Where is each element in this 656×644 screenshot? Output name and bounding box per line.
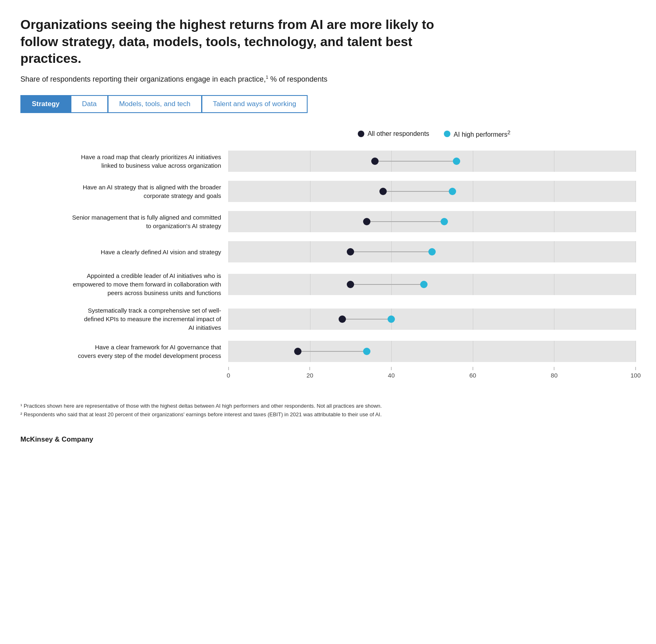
bar-container (228, 309, 636, 330)
bar-container (228, 274, 636, 295)
connector-line (342, 319, 391, 320)
dark-dot (363, 218, 370, 225)
chart-row: Have a clear framework for AI governance… (20, 341, 636, 362)
x-tick-label: 0 (227, 372, 230, 379)
connector-line (350, 284, 424, 285)
bar-container (228, 181, 636, 202)
chart-spacer (20, 333, 636, 339)
chart-row: Appointed a credible leader of AI initia… (20, 271, 636, 297)
tabs-container: Strategy Data Models, tools, and tech Ta… (20, 95, 636, 113)
row-label: Have a road map that clearly prioritizes… (20, 153, 228, 170)
chart-spacer (20, 204, 636, 209)
chart-spacer (20, 299, 636, 304)
x-tick: 40 (388, 367, 395, 379)
chart-row: Senior management that is fully aligned … (20, 211, 636, 232)
x-axis-spacer (20, 367, 228, 382)
dark-dot (371, 158, 379, 165)
x-tick-line (472, 367, 473, 370)
x-tick: 60 (469, 367, 476, 379)
blue-dot (441, 218, 448, 225)
dark-dot (347, 248, 354, 255)
blue-dot (363, 348, 370, 355)
bar-container (228, 341, 636, 362)
row-label: Senior management that is fully aligned … (20, 213, 228, 230)
chart-row: Have a clearly defined AI vision and str… (20, 241, 636, 262)
blue-dot (453, 158, 460, 165)
blue-dot (428, 248, 436, 255)
dark-dot (379, 188, 387, 195)
row-label: Have a clearly defined AI vision and str… (20, 248, 228, 256)
row-label: Have an AI strategy that is aligned with… (20, 183, 228, 200)
x-tick-label: 20 (306, 372, 313, 379)
blue-dot (420, 281, 428, 288)
x-tick-line (228, 367, 229, 370)
tab-data[interactable]: Data (71, 95, 108, 113)
legend-item-performers: AI high performers2 (444, 129, 510, 138)
legend-item-other: All other respondents (358, 130, 429, 138)
x-tick-line (391, 367, 392, 370)
main-title: Organizations seeing the highest returns… (20, 16, 469, 67)
row-label: Appointed a credible leader of AI initia… (20, 271, 228, 297)
chart-row: Systematically track a comprehensive set… (20, 306, 636, 332)
brand: McKinsey & Company (20, 435, 636, 444)
legend: All other respondents AI high performers… (233, 129, 636, 138)
legend-label-performers: AI high performers2 (454, 129, 510, 138)
x-tick: 20 (306, 367, 313, 379)
bar-container (228, 151, 636, 172)
legend-dot-dark (358, 131, 364, 137)
x-tick-label: 60 (469, 372, 476, 379)
chart-row: Have a road map that clearly prioritizes… (20, 151, 636, 172)
chart-spacer (20, 264, 636, 270)
x-tick-line (554, 367, 554, 370)
footnote-2: ² Respondents who said that at least 20 … (20, 411, 510, 419)
connector-line (367, 221, 444, 222)
subtitle-suffix: % of respondents (268, 75, 328, 83)
x-tick: 0 (227, 367, 230, 379)
x-tick-line (636, 367, 636, 370)
bar-container (228, 241, 636, 262)
x-axis-ticks: 020406080100 (228, 367, 636, 382)
chart-row: Have an AI strategy that is aligned with… (20, 181, 636, 202)
chart-area: Have a road map that clearly prioritizes… (20, 151, 636, 364)
blue-dot (449, 188, 456, 195)
connector-line (375, 161, 457, 162)
dark-dot (294, 348, 301, 355)
x-tick-line (310, 367, 310, 370)
x-tick-label: 40 (388, 372, 395, 379)
bar-container (228, 211, 636, 232)
subtitle-text: Share of respondents reporting their org… (20, 75, 266, 83)
tab-talent[interactable]: Talent and ways of working (202, 95, 308, 113)
legend-dot-blue (444, 131, 450, 137)
x-tick-label: 80 (551, 372, 558, 379)
x-tick-label: 100 (630, 372, 640, 379)
dark-dot (339, 315, 346, 323)
connector-line (350, 251, 432, 252)
legend-label-other: All other respondents (368, 130, 429, 138)
connector-line (383, 191, 452, 192)
blue-dot (388, 315, 395, 323)
tab-models[interactable]: Models, tools, and tech (108, 95, 202, 113)
tab-strategy[interactable]: Strategy (20, 95, 71, 113)
connector-line (298, 351, 367, 352)
chart-spacer (20, 173, 636, 179)
dark-dot (347, 281, 354, 288)
footnote-1: ¹ Practices shown here are representativ… (20, 402, 510, 411)
footnotes: ¹ Practices shown here are representativ… (20, 402, 510, 419)
x-tick: 80 (551, 367, 558, 379)
row-label: Have a clear framework for AI governance… (20, 343, 228, 360)
row-label: Systematically track a comprehensive set… (20, 306, 228, 332)
x-tick: 100 (630, 367, 640, 379)
chart-spacer (20, 234, 636, 240)
x-axis: 020406080100 (20, 367, 636, 382)
subtitle: Share of respondents reporting their org… (20, 75, 636, 84)
